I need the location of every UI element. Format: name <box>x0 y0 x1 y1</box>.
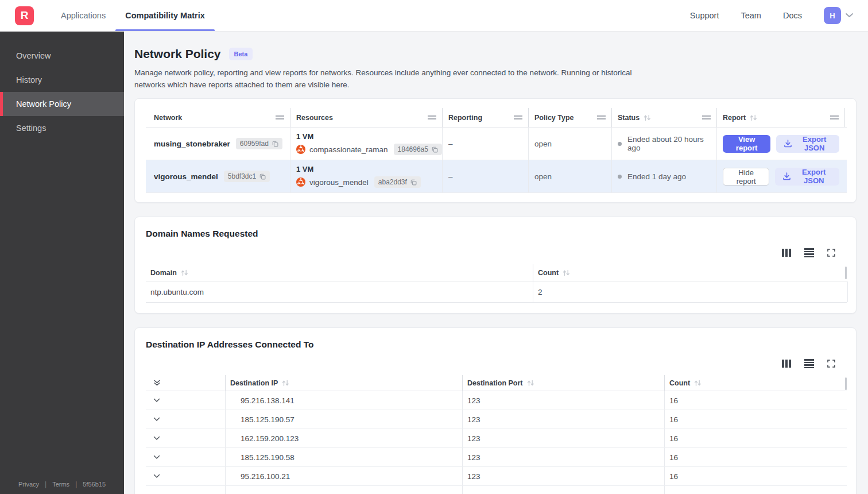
terms-link[interactable]: Terms <box>52 481 69 488</box>
resource-id-badge: 184696a5 <box>394 144 442 155</box>
domain-row: ntp.ubuntu.com 2 <box>146 281 847 303</box>
domains-card: Domain Names Requested Domain Count ntp.… <box>134 217 857 314</box>
sort-icon[interactable] <box>282 380 289 387</box>
row-expand-chevron-icon[interactable] <box>146 429 226 447</box>
sort-icon[interactable] <box>563 269 570 276</box>
column-drag-icon[interactable] <box>276 115 284 119</box>
build-id: 5f56b15 <box>83 481 106 488</box>
row-expand-chevron-icon[interactable] <box>146 448 226 466</box>
main-content: Network Policy Beta Manage network polic… <box>124 32 868 494</box>
scrollbar-thumb[interactable] <box>845 377 847 390</box>
networks-table-header: Network Resources Reporting Policy Type … <box>146 108 847 128</box>
fullscreen-icon[interactable] <box>827 249 835 257</box>
policy-type-cell: open <box>529 128 612 160</box>
column-drag-icon[interactable] <box>830 115 839 119</box>
col-header-destination-port[interactable]: Destination Port <box>463 375 665 391</box>
copy-icon[interactable] <box>410 179 417 186</box>
expand-all-icon[interactable] <box>146 375 226 391</box>
tab-applications[interactable]: Applications <box>51 0 115 31</box>
sidebar-item-history[interactable]: History <box>0 68 124 92</box>
destination-row: 185.125.190.57 123 16 <box>146 410 847 429</box>
col-header-count[interactable]: Count <box>533 264 848 281</box>
report-cell: Hide report Export JSON <box>717 160 845 192</box>
network-row-vigorous-mendel[interactable]: vigorous_mendel 5bdf3dc1 1 VM vigorous_m… <box>146 160 847 193</box>
columns-icon[interactable] <box>782 360 791 368</box>
destination-ip-cell: 162.159.200.123 <box>226 429 463 447</box>
user-menu[interactable]: H <box>824 7 853 24</box>
network-cell: vigorous_mendel 5bdf3dc1 <box>146 160 290 192</box>
table-toolbar <box>146 359 835 368</box>
sort-icon[interactable] <box>694 380 702 387</box>
page-description: Manage network policy, reporting and vie… <box>134 67 640 91</box>
count-cell: 16 <box>665 391 848 410</box>
destination-ip-cell: 95.216.138.141 <box>226 391 463 410</box>
view-report-button[interactable]: View report <box>723 135 770 153</box>
col-header-policy-type[interactable]: Policy Type <box>529 108 612 127</box>
columns-icon[interactable] <box>782 249 791 257</box>
col-header-network[interactable]: Network <box>146 108 290 127</box>
domains-table: Domain Count ntp.ubuntu.com 2 <box>146 264 847 303</box>
column-drag-icon[interactable] <box>597 115 606 119</box>
row-density-icon[interactable] <box>804 359 814 368</box>
sidebar-item-settings[interactable]: Settings <box>0 116 124 140</box>
reporting-cell: – <box>443 160 529 192</box>
nav-link-team[interactable]: Team <box>741 11 761 20</box>
col-header-status[interactable]: Status <box>612 108 717 127</box>
col-header-report[interactable]: Report <box>717 108 845 127</box>
destinations-card-title: Destination IP Addresses Connected To <box>146 339 847 350</box>
table-toolbar <box>146 248 835 257</box>
col-header-domain[interactable]: Domain <box>146 264 533 281</box>
tab-compatibility-matrix[interactable]: Compatibility Matrix <box>115 0 215 31</box>
hide-report-button[interactable]: Hide report <box>723 168 769 186</box>
sort-icon[interactable] <box>527 380 534 387</box>
avatar[interactable]: H <box>824 7 841 24</box>
sidebar-item-network-policy[interactable]: Network Policy <box>0 92 124 116</box>
privacy-link[interactable]: Privacy <box>18 481 39 488</box>
chevron-down-icon[interactable] <box>846 13 853 18</box>
row-expand-chevron-icon[interactable] <box>146 410 226 429</box>
destination-port-cell: 123 <box>463 429 665 447</box>
nav-link-docs[interactable]: Docs <box>783 11 802 20</box>
col-header-destination-ip[interactable]: Destination IP <box>226 375 463 391</box>
destination-port-cell: 123 <box>463 391 665 410</box>
network-cell: musing_stonebraker 60959fad <box>146 128 290 160</box>
col-header-resources[interactable]: Resources <box>290 108 443 127</box>
copy-icon[interactable] <box>259 173 266 180</box>
count-cell: 16 <box>665 448 848 466</box>
row-expand-chevron-icon[interactable] <box>146 467 226 485</box>
download-icon <box>784 140 792 148</box>
page-title: Network Policy <box>134 47 221 61</box>
report-cell: View report Export JSON <box>717 128 845 160</box>
network-name: vigorous_mendel <box>154 172 218 181</box>
fullscreen-icon[interactable] <box>827 360 835 368</box>
count-cell: 16 <box>665 467 848 485</box>
scrollbar-thumb[interactable] <box>845 267 847 279</box>
destinations-card: Destination IP Addresses Connected To De… <box>134 327 857 494</box>
domains-table-header: Domain Count <box>146 264 847 281</box>
app-logo[interactable]: R <box>15 6 34 25</box>
resource-id-badge: aba2dd3f <box>374 176 421 188</box>
destination-row: 185.125.190.58 123 16 <box>146 448 847 467</box>
sort-icon[interactable] <box>750 114 757 121</box>
network-row-musing-stonebraker[interactable]: musing_stonebraker 60959fad 1 VM compass… <box>146 128 847 160</box>
copy-icon[interactable] <box>432 146 438 153</box>
sidebar-item-overview[interactable]: Overview <box>0 44 124 68</box>
export-json-button[interactable]: Export JSON <box>776 135 839 153</box>
column-drag-icon[interactable] <box>514 115 522 119</box>
row-expand-chevron-icon[interactable] <box>146 391 226 410</box>
sort-icon[interactable] <box>181 269 188 276</box>
destination-row-partial <box>146 486 847 494</box>
copy-icon[interactable] <box>272 141 278 147</box>
sidebar: Overview History Network Policy Settings… <box>0 32 124 494</box>
domain-cell: ntp.ubuntu.com <box>146 281 533 302</box>
sort-icon[interactable] <box>644 114 651 121</box>
col-header-reporting[interactable]: Reporting <box>443 108 529 127</box>
col-header-count[interactable]: Count <box>665 375 848 391</box>
column-drag-icon[interactable] <box>702 115 711 119</box>
row-density-icon[interactable] <box>804 248 814 257</box>
export-json-button[interactable]: Export JSON <box>775 168 839 186</box>
column-drag-icon[interactable] <box>428 115 436 119</box>
destination-ip-cell: 185.125.190.57 <box>226 410 463 429</box>
ubuntu-icon <box>296 145 305 154</box>
nav-link-support[interactable]: Support <box>690 11 719 20</box>
